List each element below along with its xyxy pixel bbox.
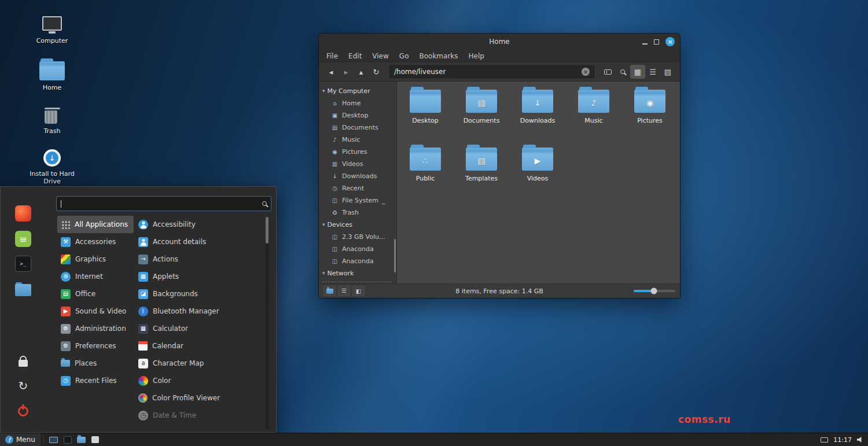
- file-documents[interactable]: Documents: [454, 90, 509, 124]
- sidebar-section-my-computer[interactable]: My Computer: [319, 85, 396, 97]
- app-account-details[interactable]: Account details: [135, 233, 264, 250]
- pane-separator[interactable]: [322, 282, 391, 282]
- sidebar-item-documents[interactable]: Documents: [319, 121, 396, 134]
- app-calculator[interactable]: Calculator: [135, 320, 264, 337]
- desktop-icon-install[interactable]: ↓ Install to Hard Drive: [28, 149, 76, 185]
- category-office[interactable]: Office: [57, 285, 134, 303]
- back-icon[interactable]: [323, 65, 339, 79]
- app-applets[interactable]: Applets: [135, 268, 264, 285]
- file-videos[interactable]: Videos: [510, 148, 565, 182]
- sidebar-section-devices[interactable]: Devices: [319, 219, 396, 231]
- menu-scrollbar[interactable]: [266, 217, 269, 429]
- app-calendar[interactable]: Calendar: [135, 337, 264, 355]
- treeview-toggle-icon[interactable]: [338, 286, 350, 296]
- app-label: Applets: [153, 272, 179, 281]
- app-color-profile-viewer[interactable]: Color Profile Viewer: [135, 389, 264, 407]
- toggle-location-entry-icon[interactable]: [600, 65, 615, 79]
- sidebar-item-volume[interactable]: 2.3 GB Volu...: [319, 231, 396, 243]
- sidebar-scrollbar[interactable]: [394, 239, 396, 272]
- up-icon[interactable]: [354, 65, 369, 79]
- minimize-icon[interactable]: [642, 39, 648, 45]
- app-bluetooth-manager[interactable]: Bluetooth Manager: [135, 303, 264, 320]
- terminal-launcher-icon[interactable]: [61, 434, 74, 445]
- panel-clock[interactable]: 11:17: [833, 436, 852, 444]
- app-color[interactable]: Color: [135, 372, 264, 389]
- sidebar-item-anaconda-1[interactable]: Anaconda: [319, 243, 396, 255]
- category-sound-video[interactable]: Sound & Video: [57, 303, 134, 320]
- menu-edit[interactable]: Edit: [343, 52, 367, 60]
- applet-icon[interactable]: [89, 434, 102, 445]
- volume-icon[interactable]: [857, 437, 863, 443]
- sidebar-item-videos[interactable]: Videos: [319, 158, 396, 170]
- file-desktop[interactable]: Desktop: [398, 90, 453, 124]
- scrollbar-thumb[interactable]: [266, 217, 269, 244]
- maximize-icon[interactable]: [654, 39, 659, 45]
- sidebar-item-file-system[interactable]: File System_: [319, 194, 396, 207]
- file-downloads[interactable]: Downloads: [510, 90, 565, 124]
- app-accessibility[interactable]: Accessibility: [135, 216, 264, 233]
- menu-file[interactable]: File: [321, 52, 343, 60]
- app-actions[interactable]: Actions: [135, 250, 264, 268]
- desktop-icon-trash[interactable]: Trash: [28, 108, 76, 135]
- category-preferences[interactable]: Preferences: [57, 337, 134, 355]
- zoom-slider[interactable]: [634, 290, 675, 292]
- menu-button[interactable]: f Menu: [0, 433, 41, 446]
- desktop-icon-home[interactable]: Home: [28, 61, 76, 91]
- category-accessories[interactable]: Accessories: [57, 233, 134, 250]
- sidebar-item-home[interactable]: Home: [319, 97, 396, 109]
- display-tray-icon[interactable]: [821, 437, 828, 443]
- shutdown-button[interactable]: [13, 401, 33, 421]
- forward-icon[interactable]: [339, 65, 354, 79]
- menu-bookmarks[interactable]: Bookmarks: [414, 52, 463, 60]
- close-icon[interactable]: ×: [665, 37, 675, 46]
- file-templates[interactable]: Templates: [454, 148, 509, 182]
- category-all-applications[interactable]: All Applications: [57, 216, 134, 233]
- favorite-files[interactable]: [13, 280, 33, 300]
- sidebar-item-trash[interactable]: Trash: [319, 207, 396, 219]
- hide-sidepane-icon[interactable]: ◧: [352, 286, 365, 296]
- category-graphics[interactable]: Graphics: [57, 250, 134, 268]
- lock-screen-button[interactable]: [13, 351, 33, 371]
- sidebar-item-downloads[interactable]: Downloads: [319, 170, 396, 182]
- search-box[interactable]: [56, 196, 271, 211]
- search-input[interactable]: [61, 200, 262, 208]
- zoom-knob[interactable]: [650, 288, 657, 294]
- sidebar-item-pictures[interactable]: Pictures: [319, 146, 396, 158]
- list-view-icon[interactable]: [645, 65, 660, 79]
- category-places[interactable]: Places: [57, 355, 134, 372]
- menu-view[interactable]: View: [367, 52, 393, 60]
- menu-help[interactable]: Help: [464, 52, 490, 60]
- places-toggle-icon[interactable]: [323, 286, 336, 296]
- category-administration[interactable]: Administration: [57, 320, 134, 337]
- app-character-map[interactable]: Character Map: [135, 355, 264, 372]
- favorite-web-browser[interactable]: [13, 204, 33, 223]
- file-public[interactable]: Public: [398, 148, 453, 182]
- logout-button[interactable]: [13, 376, 33, 396]
- video-emblem-icon: [535, 156, 541, 165]
- files-launcher-icon[interactable]: [75, 434, 88, 445]
- clear-icon[interactable]: [582, 68, 590, 76]
- category-recent-files[interactable]: Recent Files: [57, 372, 134, 389]
- sidebar-item-desktop[interactable]: Desktop: [319, 109, 396, 121]
- sidebar-section-network[interactable]: Network: [319, 267, 396, 279]
- compact-view-icon[interactable]: [660, 65, 675, 79]
- titlebar[interactable]: Home ×: [319, 34, 680, 50]
- desktop-icon-computer[interactable]: Computer: [28, 16, 76, 45]
- favorite-software-manager[interactable]: [13, 229, 33, 249]
- sidebar-item-music[interactable]: Music: [319, 134, 396, 146]
- file-system-icon: [331, 198, 339, 204]
- category-internet[interactable]: Internet: [57, 268, 134, 285]
- search-icon[interactable]: [615, 65, 630, 79]
- show-desktop-icon[interactable]: [47, 434, 60, 445]
- sidebar-item-anaconda-2[interactable]: Anaconda: [319, 255, 396, 267]
- app-backgrounds[interactable]: Backgrounds: [135, 285, 264, 303]
- sidebar-item-recent[interactable]: Recent: [319, 182, 396, 194]
- file-music[interactable]: Music: [566, 90, 621, 124]
- grid-view-icon[interactable]: [630, 65, 645, 79]
- menu-go[interactable]: Go: [394, 52, 414, 60]
- refresh-icon[interactable]: [369, 65, 384, 79]
- app-date-time[interactable]: Date & Time: [135, 407, 264, 424]
- favorite-terminal[interactable]: [13, 254, 33, 274]
- path-bar[interactable]: /home/liveuser: [389, 65, 594, 78]
- file-pictures[interactable]: Pictures: [622, 90, 678, 124]
